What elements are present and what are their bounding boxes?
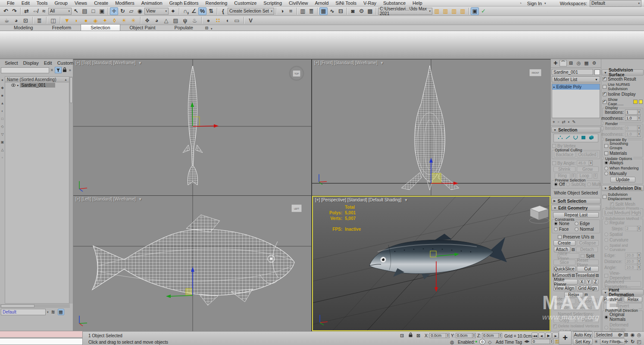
filter-xrefs-icon[interactable]: ▣ (1, 140, 4, 144)
sign-in-caret-icon[interactable]: ▾ (544, 2, 546, 5)
edge-subobject-icon[interactable] (565, 135, 571, 141)
subdivision-displacement-checkbox[interactable] (603, 195, 606, 199)
menu-vray[interactable]: V-Ray (360, 0, 380, 6)
zoom-all-icon[interactable]: ⊞ (623, 332, 629, 338)
light-standard-icon[interactable]: ▼ (63, 16, 71, 24)
toggle-ribbon-icon[interactable]: ▦ (319, 7, 328, 15)
angle-snap-icon[interactable]: ∠ (190, 7, 198, 15)
object-color-swatch[interactable] (594, 69, 600, 75)
frame-pill[interactable]: 0 (479, 339, 485, 345)
frame-step-arrows-icon[interactable]: ◀▶ (524, 339, 529, 343)
isolate-selection-icon[interactable]: ⊡ (400, 333, 404, 339)
view-dependent-checkbox[interactable] (604, 274, 608, 278)
viewport-front-label[interactable]: [+] [Front] [Standard] [Wireframe]▼ (314, 60, 384, 65)
terrain-icon[interactable]: △ (162, 16, 170, 24)
menu-scripting[interactable]: Scripting (260, 0, 285, 6)
menu-edit[interactable]: Edit (18, 0, 33, 6)
constraint-normal-radio[interactable] (575, 227, 578, 231)
use-pivot-point-icon[interactable]: ⌖ (169, 7, 177, 15)
create-selection-set-dropdown[interactable]: Create Selection Set▾ (228, 8, 274, 15)
preview-subobj-radio[interactable] (566, 182, 570, 186)
render-iterations-spinner[interactable]: 0▲▼ (625, 125, 641, 131)
hide-unselected-button[interactable]: Hide Unselected (553, 305, 599, 310)
render-preset-b-icon[interactable]: ▥ (441, 7, 450, 15)
quickslice-button[interactable]: QuickSlice (553, 266, 575, 272)
ribbon-minimize-icon[interactable]: ⊡ (203, 25, 211, 31)
zoom-icon[interactable]: ⊕ (616, 332, 623, 338)
camera-icon[interactable]: ◫ (49, 16, 57, 24)
light-dome-icon[interactable]: ◗ (72, 16, 81, 24)
per-view-filter-icon[interactable]: ▼ (138, 197, 142, 201)
advanced-parameters-button[interactable]: Advanced Parameters... (604, 281, 641, 287)
menu-substance[interactable]: Substance (380, 0, 409, 6)
update-manually-radio[interactable] (604, 172, 608, 176)
preset-high-button[interactable]: High (631, 210, 641, 216)
tessellate-settings-icon[interactable]: ⊡ (596, 273, 599, 278)
planar-z-button[interactable]: Z (593, 279, 598, 285)
rollout-subdivision-displacement[interactable]: ▼Subdivision Displaceme (602, 185, 644, 191)
use-nurms-checkbox[interactable] (603, 85, 606, 89)
teapot-render-icon[interactable]: ☕ (3, 16, 11, 24)
smooth-result-checkbox[interactable] (603, 77, 606, 81)
polygon-subobject-icon[interactable] (581, 135, 586, 141)
menu-arnold[interactable]: Arnold (312, 0, 332, 6)
align-icon[interactable]: ≡ (287, 7, 295, 15)
light-mesh-icon[interactable]: ◈ (91, 16, 100, 24)
render-iterations-checkbox[interactable] (601, 126, 603, 130)
remove-modifier-icon[interactable]: ▪ (568, 119, 570, 125)
image-plane-icon[interactable]: ▭ (233, 16, 241, 24)
render-sphere-icon[interactable]: ◕ (12, 16, 20, 24)
unlink-selection-icon[interactable]: ⇎ (31, 7, 39, 15)
render-window-icon[interactable]: ⊡ (22, 16, 30, 24)
render-preset-d-icon[interactable]: ▥ (459, 7, 467, 15)
method-spatial-curvature-radio[interactable] (604, 246, 608, 250)
materials-checkbox[interactable] (604, 151, 608, 155)
collapse-button[interactable]: Collapse (577, 240, 599, 246)
fire-icon[interactable]: ♨ (191, 16, 199, 24)
next-frame-icon[interactable]: |▶ (552, 332, 559, 339)
select-by-name-icon[interactable]: ▤ (81, 7, 89, 15)
environment-globe-icon[interactable]: ❖ (143, 16, 151, 24)
planar-x-button[interactable]: X (579, 279, 585, 285)
filter-cameras-icon[interactable]: ◐ (1, 109, 3, 113)
reference-coordinate-dropdown[interactable]: View▾ (144, 8, 169, 15)
filter-all-icon[interactable]: ● (1, 78, 3, 82)
rollout-edit-geometry[interactable]: ▼Edit Geometry (551, 205, 600, 211)
current-frame-spinner[interactable]: 0▲▼ (531, 339, 553, 344)
push-pull-button[interactable]: Push/Pull (603, 297, 622, 302)
preserve-uvs-settings-icon[interactable]: ⊡ (591, 235, 594, 239)
set-keys-button[interactable]: + (559, 331, 572, 345)
constraint-none-radio[interactable] (554, 222, 558, 226)
play-icon[interactable]: ▶ (545, 332, 552, 339)
grass-icon[interactable]: ψ (181, 16, 189, 24)
utilities-tab-icon[interactable]: ⚙ (591, 60, 598, 66)
zoom-extents-all-icon[interactable]: ◎ (636, 332, 642, 338)
filter-bones-icon[interactable]: △ (1, 148, 3, 152)
mute-icon[interactable]: ◍ (450, 339, 454, 345)
tab-selection[interactable]: Selection (81, 24, 120, 31)
modifier-stack[interactable]: ▸Editable Poly (552, 84, 600, 118)
field-of-view-icon[interactable]: ▷ (616, 339, 623, 345)
copy-button[interactable]: Copy (553, 317, 575, 323)
pan-icon[interactable]: ✛ (623, 339, 629, 345)
relax-settings-icon[interactable]: ⊡ (585, 293, 588, 297)
visibility-eye-icon[interactable] (11, 83, 16, 88)
split-mesh-checkbox[interactable] (610, 202, 614, 206)
backface-button[interactable]: Backface (554, 152, 575, 157)
bind-to-space-warp-icon[interactable]: ≈ (40, 7, 48, 15)
select-object-icon[interactable]: ↖ (72, 7, 80, 15)
create-tab-icon[interactable]: ✚ (552, 60, 559, 66)
by-vertex-checkbox[interactable] (552, 144, 556, 148)
physical-material-icon[interactable]: ◕ (153, 16, 161, 24)
grid-align-button[interactable]: Grid Align (577, 285, 599, 291)
steps-spinner[interactable]: 2▲▼ (625, 226, 641, 231)
by-angle-spinner[interactable]: 45.0▲▼ (577, 160, 593, 166)
auto-key-button[interactable]: Auto Key (573, 332, 593, 338)
explorer-vscrollbar[interactable] (69, 76, 73, 304)
display-smoothness-spinner[interactable]: 1.0▲▼ (625, 116, 641, 121)
distance-spinner[interactable]: 20.0▲▼ (625, 259, 641, 264)
previous-frame-icon[interactable]: ◀| (538, 332, 545, 339)
maximize-viewport-toggle-icon[interactable]: ◰ (636, 339, 642, 345)
schematic-view-icon[interactable]: ⊟ (337, 7, 345, 15)
render-production-icon[interactable]: ▣ (471, 7, 479, 15)
